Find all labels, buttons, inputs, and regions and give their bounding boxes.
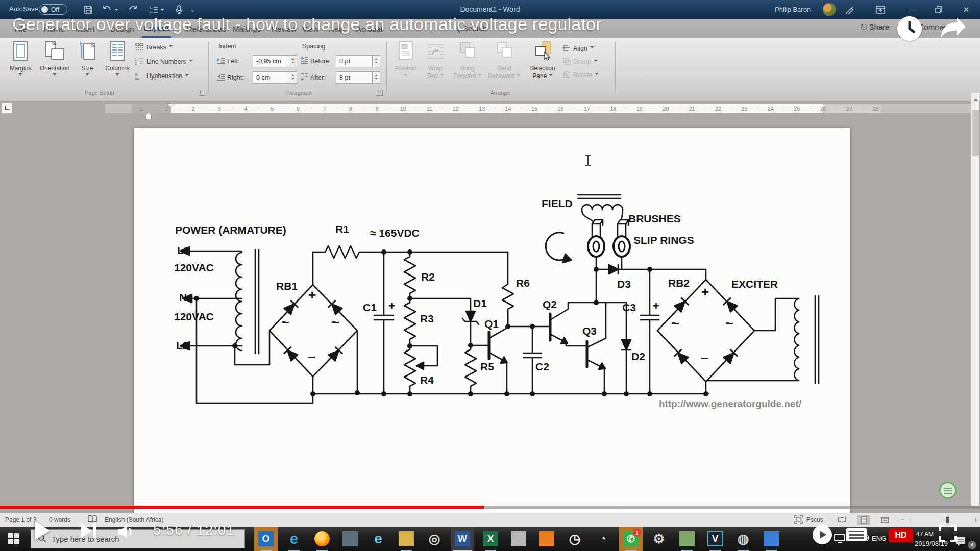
hyphenation-button[interactable]: a-bcHyphenation xyxy=(135,70,189,82)
fullscreen-icon[interactable] xyxy=(939,525,957,542)
read-mode-view-button[interactable] xyxy=(836,515,849,525)
watch-later-clock-icon[interactable] xyxy=(897,16,922,41)
margins-button[interactable]: Margins xyxy=(6,41,35,79)
taskbar-app-excel[interactable]: X xyxy=(479,527,502,551)
taskbar-app-outlook[interactable]: O xyxy=(254,527,278,551)
zoom-out-button[interactable]: − xyxy=(900,515,905,524)
zoom-in-button[interactable]: + xyxy=(974,516,978,524)
circuit-label: + xyxy=(388,299,395,313)
field-label: Right: xyxy=(227,74,250,81)
circuit-label: ~ xyxy=(331,315,339,331)
paragraph-dialog-launcher[interactable] xyxy=(377,90,383,96)
inking-pen-icon[interactable] xyxy=(843,3,856,16)
tray-time[interactable]: 47 AM xyxy=(916,531,934,538)
taskbar-app-edge[interactable]: e xyxy=(282,527,306,551)
orientation-button[interactable]: Orientation xyxy=(37,41,72,79)
circuit-label: − xyxy=(701,350,708,366)
group-button[interactable]: Group xyxy=(562,56,598,67)
web-layout-view-button[interactable] xyxy=(878,515,892,525)
zoom-slider-thumb[interactable] xyxy=(946,517,949,523)
svg-text:bc: bc xyxy=(135,76,139,80)
tab-stop-selector[interactable] xyxy=(2,103,13,114)
page-indicator[interactable]: Page 1 of 3 xyxy=(5,516,36,523)
ruler-number: 14 xyxy=(505,106,511,112)
ruler-number: 23 xyxy=(741,106,747,112)
word-count[interactable]: 0 words xyxy=(49,516,70,523)
field-spinner[interactable] xyxy=(289,71,297,84)
field-input[interactable]: 0 pt xyxy=(336,55,373,67)
share-arrow-icon[interactable] xyxy=(939,15,968,42)
group-icon xyxy=(562,57,571,67)
taskbar-app-alarms[interactable]: ◷ xyxy=(563,527,586,551)
display-tray-icon[interactable] xyxy=(834,534,845,545)
field-spinner[interactable] xyxy=(289,55,297,67)
circuit-label: C2 xyxy=(535,361,549,373)
document-area[interactable]: POWER (ARMATURE)L1120VACN120VACL2RB1R1≈ … xyxy=(0,116,980,513)
document-page[interactable]: POWER (ARMATURE)L1120VACN120VACL2RB1R1≈ … xyxy=(134,128,850,513)
wraptext-button[interactable]: WrapText xyxy=(422,41,449,80)
taskbar-app-whatsapp[interactable]: ✆1 xyxy=(619,527,643,551)
focus-label[interactable]: Focus xyxy=(806,516,823,523)
linenumbers-icon: 1-2- xyxy=(135,57,144,67)
hanging-indent-marker[interactable] xyxy=(145,109,152,116)
taskbar-app-file-explorer[interactable] xyxy=(395,527,418,551)
linenumbers-button[interactable]: 1-2-Line Numbers xyxy=(135,56,193,67)
taskbar-app-photo-app[interactable] xyxy=(675,527,699,551)
ruler-number: 11 xyxy=(427,106,432,112)
scrollbar-thumb[interactable] xyxy=(972,110,979,156)
start-button[interactable] xyxy=(2,527,26,551)
taskbar-app-opera[interactable]: ◔ xyxy=(591,527,615,551)
taskbar-app-corel[interactable] xyxy=(535,527,558,551)
field-spinner[interactable] xyxy=(373,55,380,67)
zoom-slider[interactable] xyxy=(910,520,973,520)
taskbar-app-word[interactable]: W xyxy=(451,527,474,551)
sendback-button[interactable]: SendBackward xyxy=(486,41,523,80)
arrange-label: Arrange xyxy=(449,90,551,96)
video-progress-bar[interactable] xyxy=(0,506,980,509)
taskbar-app-vegas[interactable]: V xyxy=(703,527,727,551)
position-button[interactable]: Position xyxy=(392,41,420,80)
taskbar-app-settings[interactable]: ⚙ xyxy=(647,527,671,551)
taskbar-app-notes[interactable] xyxy=(507,527,530,551)
taskbar-app-photos[interactable] xyxy=(760,527,783,551)
first-line-indent-marker[interactable] xyxy=(167,104,174,110)
subtitles-icon[interactable] xyxy=(846,528,867,541)
page-setup-dialog-launcher[interactable] xyxy=(199,90,205,96)
notification-center-icon[interactable] xyxy=(955,537,967,549)
taskbar-app-dial[interactable]: ◎ xyxy=(423,527,446,551)
field-input[interactable]: -0,95 cm xyxy=(253,55,289,67)
vertical-scrollbar[interactable] xyxy=(971,93,979,506)
taskbar-app-internet-explorer[interactable]: e xyxy=(366,527,390,551)
circuit-label: 120VAC xyxy=(174,311,214,323)
ribbon-display-icon[interactable] xyxy=(874,3,887,16)
bringfwd-button[interactable]: BringForward xyxy=(451,41,484,80)
field-spinner[interactable] xyxy=(373,71,380,84)
field-input[interactable]: 8 pt xyxy=(336,71,373,84)
horizontal-ruler[interactable]: 11·2·3·4·5·6·7·8·9·10·11·12·13·14·15·16·… xyxy=(0,102,980,116)
field-input[interactable]: 0 cm xyxy=(253,71,289,84)
autoplay-toggle-icon[interactable] xyxy=(813,525,832,544)
taskbar-app-remote-desktop[interactable] xyxy=(338,527,362,551)
app-badge: 1 xyxy=(633,529,641,537)
scroll-up-icon[interactable] xyxy=(973,96,978,101)
focus-icon[interactable] xyxy=(794,515,803,525)
hd-quality-badge[interactable]: HD xyxy=(889,528,913,542)
size-button[interactable]: Size xyxy=(75,41,100,79)
print-layout-view-button[interactable] xyxy=(857,515,870,525)
taskbar-app-obs[interactable]: ◍ xyxy=(731,527,755,551)
floating-green-widget[interactable] xyxy=(939,482,957,499)
ruler-number: 17 xyxy=(584,106,590,112)
circuit-label: C3 xyxy=(622,302,636,314)
share-button[interactable]: ⎋ Share xyxy=(861,22,890,32)
user-avatar[interactable] xyxy=(823,3,836,16)
circuit-label: RB2 xyxy=(668,277,690,289)
play-button[interactable] xyxy=(35,521,50,540)
columns-button[interactable]: Columns xyxy=(102,41,133,79)
tray-language[interactable]: ENG xyxy=(872,535,886,542)
align-button[interactable]: Align xyxy=(562,43,594,54)
rotate-button[interactable]: Rotate xyxy=(562,69,599,81)
volume-icon[interactable] xyxy=(118,524,136,541)
breaks-button[interactable]: Breaks xyxy=(135,42,173,53)
selpane-button[interactable]: SelectionPane xyxy=(526,41,559,80)
taskbar-app-firefox[interactable] xyxy=(310,527,334,551)
